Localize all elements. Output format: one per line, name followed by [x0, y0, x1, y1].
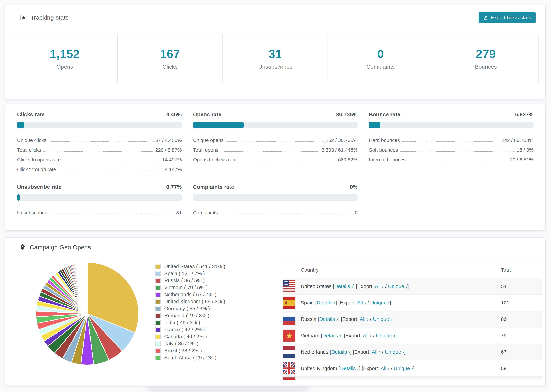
- legend-swatch-color: [156, 342, 160, 346]
- stat-value: 31: [269, 47, 282, 61]
- legend-swatch-color: [156, 293, 160, 297]
- stat-value: 167: [160, 47, 180, 61]
- separator: /: [372, 333, 376, 338]
- rate-detail-rows: Unique opens1,152 / 30.736%Total opens2,…: [193, 133, 358, 163]
- legend-label: France ( 42 / 2% ): [164, 327, 205, 332]
- dotted-leader: [220, 214, 353, 215]
- legend-label: Canada ( 40 / 2% ): [164, 334, 207, 339]
- table-cell-country: United States [Details ›] [Export: All ›…: [295, 283, 501, 289]
- table-cell-total: 79: [501, 333, 542, 338]
- rate-value: 30.736%: [336, 112, 358, 118]
- geo-table-scroll[interactable]: Country Total United States [Details ›] …: [282, 262, 542, 380]
- bracket: ] [Export:: [350, 349, 372, 355]
- legend-swatch: [155, 292, 161, 297]
- stat-value: 279: [476, 47, 496, 61]
- legend-item-brazil: Brazil ( 33 / 2% ): [155, 347, 225, 354]
- country-name: Netherlands: [301, 349, 330, 355]
- pie-legend: United States ( 541 / 31% )Spain ( 121 /…: [155, 263, 225, 361]
- bracket: [: [339, 365, 340, 371]
- export-unique-link[interactable]: Unique ›: [370, 300, 390, 305]
- export-basic-stats-button[interactable]: Export basic stats: [479, 12, 536, 23]
- export-unique-link[interactable]: Unique ›: [373, 316, 392, 322]
- details-link[interactable]: Details ›: [331, 349, 350, 355]
- flag-icon-de: [283, 377, 295, 380]
- rate-detail-row: Click through rate4.147%: [17, 163, 182, 172]
- legend-swatch: [155, 334, 161, 339]
- rate-detail-label: Click through rate: [17, 167, 56, 172]
- summary-stat-opens: 1,152Opens: [12, 34, 118, 83]
- export-unique-link[interactable]: Unique ›: [388, 283, 407, 289]
- legend-item-united-kingdom: United Kingdom ( 59 / 3% ): [155, 298, 225, 305]
- summary-stat-unsubscribes: 31Unsubscribes: [223, 34, 328, 83]
- legend-swatch: [155, 327, 161, 332]
- legend-swatch: [155, 348, 161, 353]
- column-header-country: Country: [282, 267, 501, 273]
- legend-label: Spain ( 121 / 7% ): [164, 271, 205, 276]
- country-name: Vietnam: [301, 333, 321, 338]
- export-button-label: Export basic stats: [491, 15, 531, 21]
- rate-detail-label: Total clicks: [17, 147, 41, 153]
- rate-progress-fill: [193, 122, 244, 128]
- legend-swatch-color: [156, 307, 160, 311]
- country-name: United Kingdom: [301, 365, 339, 371]
- rate-detail-value: 19 / 6.81%: [510, 157, 534, 163]
- rate-progress-track: [17, 122, 182, 128]
- details-link[interactable]: Details ›: [317, 300, 335, 305]
- rate-detail-row: Internal bounces19 / 6.81%: [369, 153, 534, 163]
- legend-swatch-color: [156, 265, 160, 268]
- details-link[interactable]: Details ›: [334, 283, 353, 289]
- legend-label: Vietnam ( 79 / 5% ): [164, 285, 208, 290]
- rate-value: 4.46%: [166, 112, 182, 118]
- stat-label: Opens: [57, 64, 73, 70]
- separator: /: [389, 365, 394, 371]
- export-all-link[interactable]: All ›: [363, 333, 372, 338]
- export-all-link[interactable]: All ›: [381, 365, 389, 371]
- rate-detail-label: Hard bounces: [369, 138, 400, 143]
- legend-swatch-color: [156, 321, 160, 325]
- export-all-link[interactable]: All ›: [375, 283, 384, 289]
- bracket: [: [321, 333, 322, 338]
- table-row-vn: Vietnam [Details ›] [Export: All › / Uni…: [282, 327, 542, 344]
- export-unique-link[interactable]: Unique ›: [376, 333, 395, 338]
- legend-item-germany: Germany ( 55 / 3% ): [155, 305, 225, 312]
- table-row-nl: Netherlands [Details ›] [Export: All › /…: [282, 344, 542, 360]
- legend-swatch-color: [156, 279, 160, 283]
- export-all-link[interactable]: All ›: [372, 349, 381, 355]
- legend-swatch-color: [156, 328, 160, 332]
- legend-swatch: [155, 313, 161, 318]
- geo-table-header: Country Total: [282, 262, 542, 278]
- stat-value: 1,152: [50, 47, 80, 61]
- rate-detail-value: 31: [176, 210, 182, 216]
- bracket: ]: [390, 300, 391, 305]
- bracket: ]: [404, 349, 406, 355]
- table-cell-total: 59: [501, 365, 542, 371]
- rate-detail-rows: Hard bounces242 / 86.738%Soft bounces18 …: [369, 133, 534, 163]
- table-cell-total: 541: [501, 283, 542, 289]
- rate-title-row: Bounce rate6.927%: [369, 112, 534, 118]
- rate-detail-label: Unsubscribes: [17, 210, 47, 216]
- details-link[interactable]: Details ›: [319, 316, 338, 322]
- export-unique-link[interactable]: Unique ›: [385, 349, 404, 355]
- rate-block-bounce-rate: Bounce rate6.927%Hard bounces242 / 86.73…: [369, 112, 534, 172]
- stat-label: Unsubscribes: [258, 64, 292, 70]
- legend-swatch-color: [156, 335, 160, 339]
- rate-title-row: Unsubscribe rate0.77%: [17, 184, 182, 190]
- table-row-partial: [282, 377, 542, 380]
- geo-divider: [6, 256, 545, 256]
- details-link[interactable]: Details ›: [322, 333, 341, 338]
- legend-item-italy: Italy ( 36 / 2% ): [155, 340, 225, 347]
- map-pin-icon: [20, 244, 25, 251]
- rate-detail-row: Clicks to opens rate14.497%: [17, 153, 182, 163]
- page-title: Tracking stats: [30, 14, 69, 21]
- stat-label: Complaints: [367, 64, 395, 70]
- legend-swatch: [155, 341, 161, 346]
- rate-detail-row: Unique opens1,152 / 30.736%: [193, 133, 358, 143]
- export-all-link[interactable]: All ›: [360, 316, 369, 322]
- details-link[interactable]: Details ›: [340, 365, 359, 371]
- rate-detail-row: Unique clicks167 / 4.456%: [17, 133, 182, 143]
- export-unique-link[interactable]: Unique ›: [394, 365, 413, 371]
- bracket: [: [333, 283, 334, 289]
- export-all-link[interactable]: All ›: [357, 300, 366, 305]
- bracket: ]: [392, 316, 394, 322]
- dotted-leader: [408, 161, 507, 161]
